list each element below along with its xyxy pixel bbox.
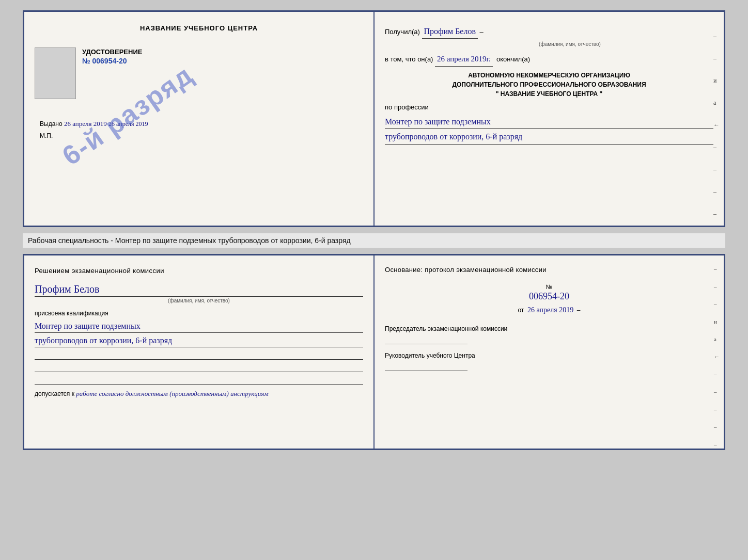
right-content: Получил(а) Профим Белов – (фамилия, имя,… bbox=[385, 24, 713, 145]
dash1: – bbox=[480, 26, 484, 38]
org-line2: ДОПОЛНИТЕЛЬНОГО ПРОФЕССИОНАЛЬНОГО ОБРАЗО… bbox=[385, 80, 713, 89]
chairman-block: Председатель экзаменационной комиссии bbox=[385, 325, 713, 344]
cert-number: № 006954-20 bbox=[82, 57, 363, 65]
issued-label: Выдано bbox=[40, 120, 63, 127]
dash-after-date: – bbox=[577, 307, 581, 314]
assigned-label: присвоена квалификация bbox=[35, 310, 363, 317]
blank-line-1 bbox=[35, 350, 363, 360]
chairman-label: Председатель экзаменационной комиссии bbox=[385, 325, 713, 333]
bottom-document: Решением экзаменационной комиссии Профим… bbox=[23, 254, 725, 450]
director-signature-line bbox=[385, 371, 467, 371]
bottom-name-sublabel: (фамилия, имя, отчество) bbox=[35, 298, 363, 303]
cert-right-half: Получил(а) Профим Белов – (фамилия, имя,… bbox=[374, 10, 725, 227]
cert-photo bbox=[35, 47, 76, 99]
in-that-label: в том, что он(а) bbox=[385, 54, 433, 65]
admit-label: допускается к bbox=[35, 390, 74, 397]
right-margin-chars-bottom: – – – и а ← – – – – – bbox=[714, 266, 720, 447]
protocol-label: № bbox=[546, 283, 553, 291]
admit-handwritten: работе согласно должностным (производств… bbox=[76, 390, 268, 397]
cert-issued: Выдано 26 апреля 2019 26 апреля 2019 bbox=[40, 120, 363, 128]
basis-title: Основание: протокол экзаменационной коми… bbox=[385, 266, 713, 274]
blank-line-2 bbox=[35, 363, 363, 372]
director-label: Руководитель учебного Центра bbox=[385, 351, 713, 360]
cert-title: НАЗВАНИЕ УЧЕБНОГО ЦЕНТРА bbox=[35, 24, 363, 32]
completion-date: 26 апреля 2019г. bbox=[435, 53, 493, 67]
profession-line2: трубопроводов от коррозии, 6-й разряд bbox=[385, 130, 713, 144]
protocol-date-value: 26 апреля 2019 bbox=[527, 306, 573, 314]
org-block: АВТОНОМНУЮ НЕКОММЕРЧЕСКУЮ ОРГАНИЗАЦИЮ ДО… bbox=[385, 71, 713, 99]
date-prefix: от bbox=[518, 307, 524, 314]
name-sublabel-top: (фамилия, имя, отчество) bbox=[426, 40, 713, 49]
right-margin-chars: – – и а ← – – – – bbox=[713, 33, 720, 218]
blank-line-3 bbox=[35, 375, 363, 385]
info-strip: Рабочая специальность - Монтер по защите… bbox=[23, 233, 725, 248]
protocol-date: от 26 апреля 2019 – bbox=[385, 306, 713, 314]
top-document-row: НАЗВАНИЕ УЧЕБНОГО ЦЕНТРА 6-й разряд УДОС… bbox=[23, 10, 725, 227]
profession-line1: Монтер по защите подземных bbox=[385, 115, 713, 129]
qual-line2: трубопроводов от коррозии, 6-й разряд bbox=[35, 334, 363, 347]
profession-label: по профессии bbox=[385, 102, 713, 113]
cert-body: УДОСТОВЕРЕНИЕ № 006954-20 bbox=[35, 47, 363, 99]
qual-line1: Монтер по защите подземных bbox=[35, 320, 363, 333]
issued-date: 26 апреля 2019 bbox=[64, 120, 107, 127]
section-title: Решением экзаменационной комиссии bbox=[35, 266, 363, 276]
received-label: Получил(а) bbox=[385, 26, 420, 38]
section-title-text: Решением экзаменационной комиссии bbox=[35, 267, 164, 275]
protocol-block: № 006954-20 bbox=[385, 282, 713, 302]
mp-label: М.П. bbox=[40, 132, 363, 139]
cert-left-half: НАЗВАНИЕ УЧЕБНОГО ЦЕНТРА 6-й разряд УДОС… bbox=[23, 10, 374, 227]
date-line: в том, что он(а) 26 апреля 2019г. окончи… bbox=[385, 53, 713, 67]
bottom-name: Профим Белов bbox=[35, 283, 363, 297]
chairman-signature-line bbox=[385, 344, 467, 344]
bottom-right: Основание: протокол экзаменационной коми… bbox=[374, 255, 724, 449]
bottom-left: Решением экзаменационной комиссии Профим… bbox=[24, 255, 374, 449]
org-line3: " НАЗВАНИЕ УЧЕБНОГО ЦЕНТРА " bbox=[385, 89, 713, 99]
admit-text: допускается к работе согласно должностны… bbox=[35, 390, 363, 398]
recipient-name: Профим Белов bbox=[422, 24, 478, 39]
received-line: Получил(а) Профим Белов – bbox=[385, 24, 713, 39]
org-line1: АВТОНОМНУЮ НЕКОММЕРЧЕСКУЮ ОРГАНИЗАЦИЮ bbox=[385, 71, 713, 80]
issued-date-val: 26 апреля 2019 bbox=[108, 120, 148, 127]
protocol-value: 006954-20 bbox=[385, 291, 713, 302]
cert-subtitle: УДОСТОВЕРЕНИЕ bbox=[82, 47, 363, 57]
finished-label: окончил(а) bbox=[496, 54, 530, 65]
cert-text-block: УДОСТОВЕРЕНИЕ № 006954-20 bbox=[82, 47, 363, 65]
